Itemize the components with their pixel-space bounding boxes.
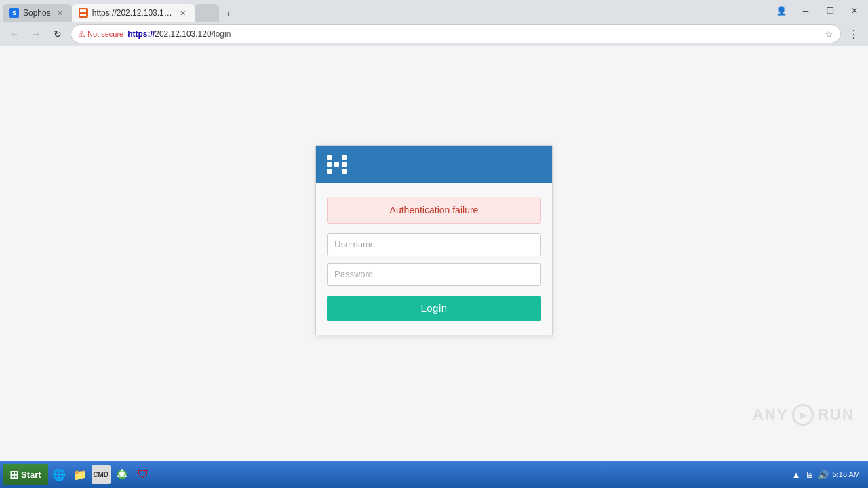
taskbar-chrome[interactable] [113, 465, 132, 484]
tab-sophos-close[interactable]: ✕ [55, 8, 65, 18]
watermark-text-right: RUN [818, 406, 854, 424]
close-button[interactable]: ✕ [844, 3, 865, 18]
restore-button[interactable]: ❐ [819, 3, 841, 18]
grid-cell-7 [327, 169, 332, 174]
card-body: Authentication failure Login [316, 183, 552, 335]
title-bar: S Sophos ✕ https://202.12.103.120/log ✕ … [0, 0, 868, 22]
tab-login-label: https://202.12.103.120/log [92, 8, 174, 18]
start-button[interactable]: ⊞ Start [3, 464, 48, 485]
profile-icon[interactable]: 👤 [770, 3, 792, 18]
taskbar-shield[interactable]: 🛡 [134, 465, 153, 484]
taskbar: ⊞ Start 🌐 📁 CMD 🛡 ▲ 🖥 🔊 5:16 AM [0, 461, 868, 488]
taskbar-tray: ▲ 🖥 🔊 5:16 AM [787, 470, 865, 480]
login-button[interactable]: Login [327, 296, 541, 321]
taskbar-ie[interactable]: 🌐 [50, 465, 68, 484]
warning-icon: ⚠ [78, 29, 85, 39]
sophos-logo [327, 155, 347, 174]
forward-button[interactable]: → [27, 25, 45, 43]
url-bar[interactable]: ⚠ Not secure https://202.12.103.120/logi… [71, 24, 841, 43]
not-secure-indicator: ⚠ Not secure [78, 29, 123, 39]
clock-time: 5:16 AM [833, 470, 860, 479]
url-path: /login [212, 29, 231, 39]
back-button[interactable]: ← [5, 25, 23, 43]
system-clock: 5:16 AM [833, 470, 860, 479]
grid-cell-6 [342, 162, 347, 167]
tray-network-icon[interactable]: 🖥 [805, 470, 814, 480]
error-message: Authentication failure [390, 205, 479, 216]
more-options-button[interactable]: ⋮ [845, 25, 863, 43]
window-controls: 👤 ─ ❐ ✕ [770, 3, 865, 18]
tray-volume-icon[interactable]: 🔊 [818, 470, 829, 480]
username-input[interactable] [327, 233, 541, 256]
minimize-button[interactable]: ─ [795, 3, 816, 18]
error-banner: Authentication failure [327, 197, 541, 224]
anyrun-watermark: ANY ▶ RUN [753, 404, 854, 426]
tab-blank[interactable] [195, 4, 219, 22]
new-tab-button[interactable]: + [219, 5, 238, 22]
url-host: 202.12.103.120 [155, 29, 211, 39]
url-display: https://202.12.103.120/login [127, 29, 231, 39]
login-favicon [79, 8, 88, 18]
grid-cell-3 [342, 155, 347, 160]
grid-cell-5 [334, 162, 339, 167]
grid-cell-2 [334, 155, 339, 160]
grid-cell-8 [334, 169, 339, 174]
password-input[interactable] [327, 263, 541, 286]
start-label: Start [21, 470, 41, 480]
taskbar-items: 🌐 📁 CMD 🛡 [50, 465, 785, 484]
tabs-area: S Sophos ✕ https://202.12.103.120/log ✕ … [3, 0, 770, 22]
tab-sophos-label: Sophos [23, 8, 51, 18]
bookmark-button[interactable]: ☆ [825, 28, 833, 39]
sophos-favicon: S [9, 8, 19, 18]
grid-cell-1 [327, 155, 332, 160]
windows-icon: ⊞ [9, 468, 18, 481]
tab-login-close[interactable]: ✕ [178, 8, 188, 18]
taskbar-folder[interactable]: 📁 [71, 465, 90, 484]
grid-cell-4 [327, 162, 332, 167]
taskbar-cmd[interactable]: CMD [92, 465, 111, 484]
url-prefix: https:// [127, 29, 155, 39]
address-bar: ← → ↻ ⚠ Not secure https://202.12.103.12… [0, 22, 868, 46]
watermark-text-left: ANY [753, 406, 788, 424]
login-card: Authentication failure Login [315, 145, 553, 336]
tray-arrow-icon[interactable]: ▲ [792, 470, 801, 480]
tab-login[interactable]: https://202.12.103.120/log ✕ [72, 4, 195, 22]
watermark-play-icon: ▶ [792, 404, 814, 426]
page-content: Authentication failure Login ANY ▶ RUN [0, 46, 868, 461]
not-secure-label: Not secure [87, 30, 123, 38]
card-header [316, 146, 552, 183]
reload-button[interactable]: ↻ [49, 25, 66, 43]
grid-cell-9 [342, 169, 347, 174]
tab-sophos[interactable]: S Sophos ✕ [3, 4, 72, 22]
